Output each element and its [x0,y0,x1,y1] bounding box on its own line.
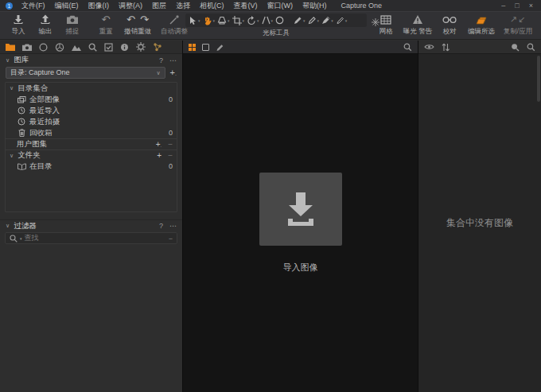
tab-lens[interactable] [39,43,48,52]
search-clear-button[interactable]: − [169,235,173,243]
filters-panel-header[interactable]: ∨ 过滤器 ? ⋯ [0,219,182,231]
tree-chevron-icon[interactable]: ∨ [10,85,14,91]
pointer-icon [189,16,197,25]
rotate-tool[interactable]: ▾ [246,16,260,25]
tab-output[interactable] [136,42,146,52]
tab-capture[interactable] [22,44,32,51]
folders-header[interactable]: ∨ 文件夹 + − [6,149,177,161]
capture-button[interactable]: 捕捉 [59,14,86,37]
select-tool[interactable]: ▾ [188,16,201,25]
menu-layers[interactable]: 图层 [147,1,171,11]
keystone-tool[interactable]: ▾ [261,16,274,25]
add-folder-button[interactable]: + [157,151,162,160]
library-panel-header[interactable]: ∨ 图库 ? ⋯ [0,54,182,66]
circle-icon [275,16,284,25]
tab-color[interactable] [55,43,64,52]
catalog-selector[interactable]: 目录: Capture One ∨ [6,67,165,79]
tree-item-recent-imports[interactable]: 最近导入 [6,105,177,116]
remove-user-collection-button[interactable]: − [168,140,173,149]
auto-adjust-label: 自动调整 [161,27,188,37]
browser-search-icon[interactable] [527,43,535,52]
close-button[interactable]: × [529,2,533,10]
tree-item-all-images[interactable]: 全部图像 0 [6,94,177,105]
pen-icon [294,16,302,25]
draw-mask-tool[interactable]: ▾ [293,16,306,25]
edit-pen-icon[interactable] [216,43,224,52]
menu-help[interactable]: 帮助(H) [298,1,332,11]
tab-batch[interactable] [153,42,162,52]
collapse-chevron-icon[interactable]: ∨ [6,223,10,229]
sort-icon[interactable] [442,43,450,52]
tab-metadata[interactable] [120,43,129,52]
tree-item-in-catalog[interactable]: 在目录 0 [6,161,177,172]
menu-view[interactable]: 查看(V) [229,1,263,11]
undo-icon[interactable]: ↶ [126,14,135,25]
tab-exposure[interactable] [72,43,81,51]
remove-folder-button[interactable]: − [168,151,173,160]
collections-tree: ∨ 目录集合 全部图像 0 最近导入 [5,82,177,212]
reset-icon: ↶ [102,14,111,25]
menu-file[interactable]: 文件(F) [17,1,50,11]
zoom-icon[interactable] [403,43,412,52]
menu-adjust[interactable]: 调整(A) [114,1,147,11]
exposure-warning-label: 曝光 警告 [403,27,432,37]
menu-select[interactable]: 选择 [171,1,195,11]
hand-icon [203,16,212,25]
library-menu-button[interactable]: ⋯ [169,56,177,64]
library-help-button[interactable]: ? [159,56,163,64]
maximize-button[interactable]: □ [515,2,519,10]
menu-window[interactable]: 窗口(W) [263,1,298,11]
filters-help-button[interactable]: ? [159,222,163,230]
single-image-view-button[interactable] [202,44,209,51]
gradient-mask-tool[interactable]: ▾ [321,16,334,25]
cursor-tools-label: 光标工具 [185,29,367,38]
add-user-collection-button[interactable]: +. [156,140,162,149]
grid-button[interactable]: 网格 [372,14,399,37]
collapse-chevron-icon[interactable]: ∨ [6,57,10,64]
menu-camera[interactable]: 相机(C) [195,1,229,11]
tree-item-recent-captures[interactable]: 最近拍摄 [6,116,177,127]
copy-apply-button[interactable]: ↗↙ 复制/应用 [500,14,536,37]
import-images-label: 导入图像 [283,262,318,274]
menu-image[interactable]: 图像(I) [84,1,115,11]
crop-tool[interactable]: ▾ [232,16,246,25]
thumbnail-grid-view-button[interactable] [189,44,196,51]
copy-apply-label: 复制/应用 [504,27,532,37]
tab-library[interactable] [6,43,15,51]
proof-button[interactable]: 校对 [436,14,463,37]
import-icon [13,14,24,25]
spot-tool[interactable] [274,16,285,25]
export-button[interactable]: 输出 [32,14,59,37]
tree-item-trash[interactable]: 回收箱 0 [6,127,177,138]
tree-chevron-icon[interactable]: ∨ [10,153,14,159]
erase-mask-tool[interactable]: ▾ [307,16,321,25]
color-wheel-icon [55,43,64,52]
pan-tool[interactable]: ▾ [202,16,216,25]
redo-icon[interactable]: ↷ [140,14,149,25]
exposure-warning-button[interactable]: 曝光 警告 [399,14,436,37]
menu-edit[interactable]: 编辑(E) [50,1,84,11]
import-button[interactable]: 导入 [5,14,32,37]
linear-mask-tool[interactable]: ▾ [335,16,348,25]
import-images-button[interactable] [259,173,342,246]
tab-details[interactable] [88,43,97,52]
filters-menu-button[interactable]: ⋯ [169,222,177,230]
reset-button[interactable]: ↶ 重置 [92,14,119,37]
capture-label: 捕捉 [66,27,80,37]
minimize-button[interactable]: – [501,2,505,10]
app-icon[interactable]: 1 [6,2,13,10]
viewer-canvas: 导入图像 [183,54,418,392]
loupe-pin-icon[interactable] [511,43,520,52]
search-options-caret-icon[interactable]: ▾ [20,236,22,241]
eye-icon[interactable] [424,44,434,50]
catalog-collections-header[interactable]: ∨ 目录集合 [6,83,177,94]
undo-redo-button[interactable]: ↶ ↷ 撤销重做 [119,14,156,37]
item-count: 0 [169,162,173,170]
loupe-tool[interactable]: ▾ [216,16,231,25]
tab-adjustments[interactable] [104,43,113,52]
user-collections-header[interactable]: 用户图集 +. − [6,138,177,149]
browser-scrollbar[interactable] [537,56,540,102]
search-field[interactable]: ▾ 查找 − [5,232,177,244]
add-catalog-button[interactable]: +. [170,68,177,78]
edit-selected-button[interactable]: 编辑所选 [463,14,500,37]
